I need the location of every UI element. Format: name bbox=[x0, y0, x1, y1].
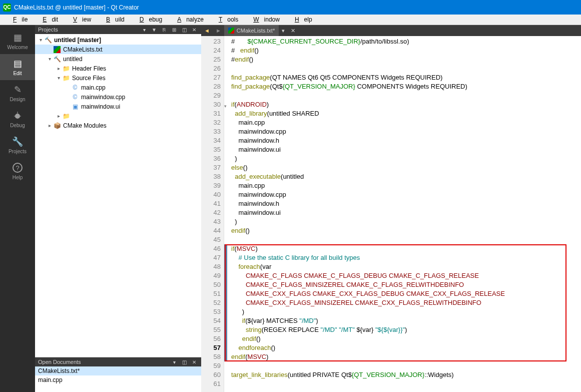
line-number[interactable]: 35 bbox=[201, 145, 221, 154]
dropdown-icon[interactable]: ▾ bbox=[140, 26, 148, 33]
line-number[interactable]: 36 bbox=[201, 154, 221, 163]
code-line[interactable] bbox=[231, 379, 581, 388]
code-line[interactable]: endif() bbox=[231, 334, 581, 343]
code-line[interactable]: endif(MSVC) bbox=[231, 352, 581, 361]
line-gutter[interactable]: 2324252627282930▾31323334353637383940414… bbox=[201, 36, 224, 392]
line-number[interactable]: 50 bbox=[201, 280, 221, 289]
code-line[interactable]: # ${CMAKE_CURRENT_SOURCE_DIR}/path/to/li… bbox=[231, 37, 581, 46]
code-line[interactable]: foreach(var bbox=[231, 262, 581, 271]
code-line[interactable] bbox=[231, 91, 581, 100]
code-line[interactable]: mainwindow.h bbox=[231, 199, 581, 208]
code-line[interactable]: else() bbox=[231, 163, 581, 172]
line-number[interactable]: 43 bbox=[201, 217, 221, 226]
code-line[interactable]: if(${var} MATCHES "/MD") bbox=[231, 316, 581, 325]
code-line[interactable]: mainwindow.cpp bbox=[231, 127, 581, 136]
line-number[interactable]: 54▾ bbox=[201, 316, 221, 325]
line-number[interactable]: 30▾ bbox=[201, 100, 221, 109]
code-line[interactable]: main.cpp bbox=[231, 118, 581, 127]
code-line[interactable]: target_link_libraries(untitled PRIVATE Q… bbox=[231, 370, 581, 379]
line-number[interactable]: 44 bbox=[201, 226, 221, 235]
opendoc-item[interactable]: main.cpp bbox=[35, 375, 201, 384]
tree-item[interactable]: ©main.cpp bbox=[35, 83, 201, 92]
mode-welcome[interactable]: ▦Welcome bbox=[0, 28, 35, 54]
line-number[interactable]: 26 bbox=[201, 64, 221, 73]
menu-build[interactable]: Build bbox=[96, 15, 130, 24]
opendoc-item[interactable]: CMakeLists.txt* bbox=[35, 366, 201, 375]
tree-toggle-icon[interactable]: ▸ bbox=[55, 113, 62, 119]
line-number[interactable]: 51 bbox=[201, 289, 221, 298]
line-number[interactable]: 60 bbox=[201, 370, 221, 379]
mode-edit[interactable]: ▤Edit bbox=[0, 54, 35, 80]
tab-dropdown-icon[interactable]: ▾ bbox=[279, 28, 288, 34]
code-line[interactable]: mainwindow.ui bbox=[231, 145, 581, 154]
code-line[interactable]: CMAKE_C_FLAGS CMAKE_C_FLAGS_DEBUG CMAKE_… bbox=[231, 271, 581, 280]
line-number[interactable]: 29 bbox=[201, 91, 221, 100]
line-number[interactable]: 38 bbox=[201, 172, 221, 181]
code-line[interactable]: #endif() bbox=[231, 55, 581, 64]
menu-file[interactable]: File bbox=[3, 15, 33, 24]
line-number[interactable]: 59 bbox=[201, 361, 221, 370]
code-line[interactable]: if(ANDROID) bbox=[231, 100, 581, 109]
code-line[interactable] bbox=[231, 235, 581, 244]
code-line[interactable]: add_library(untitled SHARED bbox=[231, 109, 581, 118]
menu-view[interactable]: View bbox=[63, 15, 96, 24]
link-icon[interactable]: ⎘ bbox=[160, 26, 168, 33]
code-line[interactable]: CMAKE_CXX_FLAGS_MINSIZEREL CMAKE_CXX_FLA… bbox=[231, 298, 581, 307]
line-number[interactable]: 56 bbox=[201, 334, 221, 343]
line-number[interactable]: 34 bbox=[201, 136, 221, 145]
tree-item[interactable]: ©mainwindow.cpp bbox=[35, 92, 201, 102]
menu-tools[interactable]: Tools bbox=[209, 15, 243, 24]
tree-toggle-icon[interactable]: ▸ bbox=[46, 123, 53, 128]
tree-toggle-icon[interactable]: ▸ bbox=[55, 66, 62, 71]
line-number[interactable]: 55 bbox=[201, 325, 221, 334]
project-tree[interactable]: ▾🔨untitled [master]CMakeLists.txt▾🔨untit… bbox=[35, 34, 201, 357]
line-number[interactable]: 57 bbox=[201, 343, 221, 352]
line-number[interactable]: 53 bbox=[201, 307, 221, 316]
mode-design[interactable]: ✎Design bbox=[0, 80, 35, 106]
tab-close-icon[interactable]: ✕ bbox=[288, 28, 298, 34]
opendocs-list[interactable]: CMakeLists.txt*main.cpp bbox=[35, 366, 201, 392]
tree-item[interactable]: ▾🔨untitled bbox=[35, 54, 201, 64]
tree-toggle-icon[interactable]: ▾ bbox=[46, 56, 53, 62]
line-number[interactable]: 23 bbox=[201, 37, 221, 46]
split-icon[interactable]: ◫ bbox=[180, 26, 188, 33]
tree-item[interactable]: CMakeLists.txt bbox=[35, 45, 201, 54]
add-icon[interactable]: ⊞ bbox=[170, 26, 178, 33]
tree-item[interactable]: ▸📁Header Files bbox=[35, 64, 201, 73]
code-line[interactable]: find_package(Qt${QT_VERSION_MAJOR} COMPO… bbox=[231, 82, 581, 91]
line-number[interactable]: 52 bbox=[201, 298, 221, 307]
line-number[interactable]: 27 bbox=[201, 73, 221, 82]
code-line[interactable]: CMAKE_C_FLAGS_MINSIZEREL CMAKE_C_FLAGS_R… bbox=[231, 280, 581, 289]
code-line[interactable]: ) bbox=[231, 154, 581, 163]
line-number[interactable]: 48▾ bbox=[201, 262, 221, 271]
mode-debug[interactable]: Debug bbox=[0, 106, 35, 132]
line-number[interactable]: 42 bbox=[201, 208, 221, 217]
line-number[interactable]: 32 bbox=[201, 118, 221, 127]
line-number[interactable]: 46▾ bbox=[201, 244, 221, 253]
editor-tab[interactable]: CMakeLists.txt* bbox=[224, 25, 279, 36]
code-line[interactable]: mainwindow.cpp bbox=[231, 190, 581, 199]
code-line[interactable]: if(MSVC) bbox=[231, 244, 581, 253]
line-number[interactable]: 39 bbox=[201, 181, 221, 190]
menu-window[interactable]: Window bbox=[243, 15, 285, 24]
tree-item[interactable]: ▸📁 bbox=[35, 111, 201, 121]
code-line[interactable]: string(REGEX REPLACE "/MD" "/MT" ${var} … bbox=[231, 325, 581, 334]
menu-edit[interactable]: Edit bbox=[33, 15, 63, 24]
code-line[interactable]: endif() bbox=[231, 226, 581, 235]
menu-analyze[interactable]: Analyze bbox=[167, 15, 209, 24]
tree-item[interactable]: ▣mainwindow.ui bbox=[35, 102, 201, 111]
filter-icon[interactable]: ▼ bbox=[150, 26, 158, 33]
line-number[interactable]: 61 bbox=[201, 379, 221, 388]
code-line[interactable]: endforeach() bbox=[231, 343, 581, 352]
close-panel-icon[interactable]: ✕ bbox=[190, 358, 198, 365]
line-number[interactable]: 24 bbox=[201, 46, 221, 55]
menu-help[interactable]: Help bbox=[285, 15, 317, 24]
dropdown-icon[interactable]: ▾ bbox=[170, 358, 178, 365]
line-number[interactable]: 58 bbox=[201, 352, 221, 361]
close-panel-icon[interactable]: ✕ bbox=[190, 26, 198, 33]
code-area[interactable]: # ${CMAKE_CURRENT_SOURCE_DIR}/path/to/li… bbox=[224, 36, 581, 392]
code-line[interactable]: add_executable(untitled bbox=[231, 172, 581, 181]
editor-body[interactable]: 2324252627282930▾31323334353637383940414… bbox=[201, 36, 581, 392]
line-number[interactable]: 40 bbox=[201, 190, 221, 199]
line-number[interactable]: 45 bbox=[201, 235, 221, 244]
